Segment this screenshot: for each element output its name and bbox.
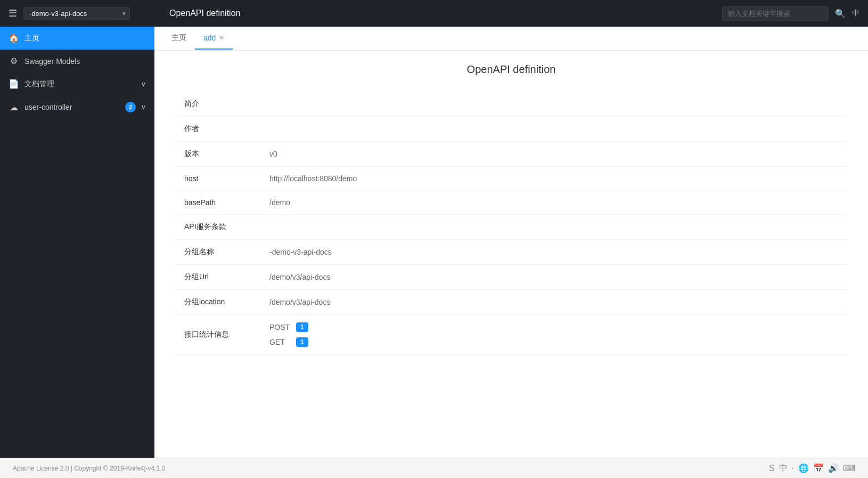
header-left: ☰ -demo-v3-api-docs: [9, 7, 163, 20]
sidebar-item-label: Swagger Models: [24, 57, 146, 66]
row-value: /demo: [261, 191, 847, 215]
table-row-stats: 接口统计信息 POST 1 GET 1: [176, 315, 847, 355]
tab-add[interactable]: add ✕: [195, 27, 233, 50]
footer-icon-keyboard: ⌨: [843, 463, 855, 473]
footer-icon-zh: 中: [779, 463, 788, 474]
table-row: 分组名称 -demo-v3-api-docs: [176, 240, 847, 265]
row-label: 分组location: [176, 290, 261, 315]
row-value: v0: [261, 142, 847, 167]
footer-icon-dot: ·: [792, 464, 794, 473]
stat-get: GET 1: [269, 337, 838, 347]
row-label: 分组Url: [176, 265, 261, 290]
table-row: API服务条款: [176, 215, 847, 240]
tab-add-label: add: [203, 34, 216, 42]
chevron-down-icon: ∨: [141, 103, 146, 111]
sidebar-item-label: user-controller: [24, 103, 120, 111]
table-row: 分组Url /demo/v3/api-docs: [176, 265, 847, 290]
row-value: [261, 92, 847, 117]
get-count-badge: 1: [296, 337, 308, 347]
sidebar-item-doc-management[interactable]: 📄 文档管理 ∨: [0, 72, 154, 95]
chevron-down-icon: ∨: [141, 80, 146, 88]
footer-icon-calendar: 📅: [813, 463, 824, 473]
footer-icon-sound: 🔊: [828, 463, 839, 473]
tab-close-icon[interactable]: ✕: [219, 34, 224, 42]
sidebar-item-label: 文档管理: [24, 79, 136, 89]
search-icon[interactable]: 🔍: [835, 9, 846, 19]
row-value: [261, 117, 847, 142]
top-header: ☰ -demo-v3-api-docs OpenAPI definition 🔍…: [0, 0, 868, 27]
table-row: 分组location /demo/v3/api-docs: [176, 290, 847, 315]
footer-right: S 中 · 🌐 📅 🔊 ⌨: [769, 463, 855, 474]
header-title: OpenAPI definition: [169, 9, 716, 18]
row-value: http://localhost:8080/demo: [261, 167, 847, 191]
footer-icon-globe: 🌐: [798, 463, 809, 473]
stats-label: 接口统计信息: [176, 315, 261, 355]
table-row: basePath /demo: [176, 191, 847, 215]
row-label: host: [176, 167, 261, 191]
table-row: host http://localhost:8080/demo: [176, 167, 847, 191]
stats-cell: POST 1 GET 1: [261, 315, 847, 355]
row-value: /demo/v3/api-docs: [261, 290, 847, 315]
cloud-icon: ☁: [9, 102, 19, 112]
info-table: 简介 作者 版本 v0 host http://localhost:8080/d…: [176, 92, 847, 355]
lang-button[interactable]: 中: [852, 9, 859, 18]
stat-post: POST 1: [269, 322, 838, 332]
get-method-label: GET: [269, 338, 291, 346]
project-select[interactable]: -demo-v3-api-docs: [23, 7, 130, 20]
tab-home-label: 主页: [171, 33, 186, 43]
project-select-wrapper: -demo-v3-api-docs: [23, 7, 130, 20]
footer-icon-s: S: [769, 464, 775, 473]
page-title: OpenAPI definition: [176, 63, 847, 76]
row-value: /demo/v3/api-docs: [261, 265, 847, 290]
sidebar-item-label: 主页: [24, 34, 146, 43]
footer-left: Apache License 2.0 | Copyright © 2019-Kn…: [13, 465, 165, 472]
row-label: basePath: [176, 191, 261, 215]
row-label: 作者: [176, 117, 261, 142]
row-label: API服务条款: [176, 215, 261, 240]
post-count-badge: 1: [296, 322, 308, 332]
post-method-label: POST: [269, 323, 291, 331]
row-value: [261, 215, 847, 240]
home-icon: 🏠: [9, 33, 19, 43]
gear-icon: ⚙: [9, 56, 19, 66]
content-area: 主页 add ✕ OpenAPI definition 简介 作者: [154, 27, 868, 458]
user-controller-badge: 2: [125, 102, 136, 112]
doc-icon: 📄: [9, 79, 19, 89]
footer: Apache License 2.0 | Copyright © 2019-Kn…: [0, 458, 868, 478]
row-label: 分组名称: [176, 240, 261, 265]
tab-home[interactable]: 主页: [163, 27, 195, 50]
sidebar-item-swagger-models[interactable]: ⚙ Swagger Models: [0, 50, 154, 72]
row-label: 简介: [176, 92, 261, 117]
table-row: 作者: [176, 117, 847, 142]
header-right: 🔍 中: [722, 6, 859, 21]
search-input[interactable]: [722, 6, 829, 21]
page-content: OpenAPI definition 简介 作者 版本 v0: [154, 51, 868, 458]
tabs-bar: 主页 add ✕: [154, 27, 868, 51]
main-container: 🏠 主页 ⚙ Swagger Models 📄 文档管理 ∨ ☁ user-co…: [0, 27, 868, 458]
sidebar-item-user-controller[interactable]: ☁ user-controller 2 ∨: [0, 95, 154, 119]
sidebar-item-home[interactable]: 🏠 主页: [0, 27, 154, 50]
table-row: 版本 v0: [176, 142, 847, 167]
hamburger-icon[interactable]: ☰: [9, 7, 17, 19]
stats-row: POST 1 GET 1: [269, 322, 838, 347]
sidebar: 🏠 主页 ⚙ Swagger Models 📄 文档管理 ∨ ☁ user-co…: [0, 27, 154, 458]
row-label: 版本: [176, 142, 261, 167]
row-value: -demo-v3-api-docs: [261, 240, 847, 265]
table-row: 简介: [176, 92, 847, 117]
